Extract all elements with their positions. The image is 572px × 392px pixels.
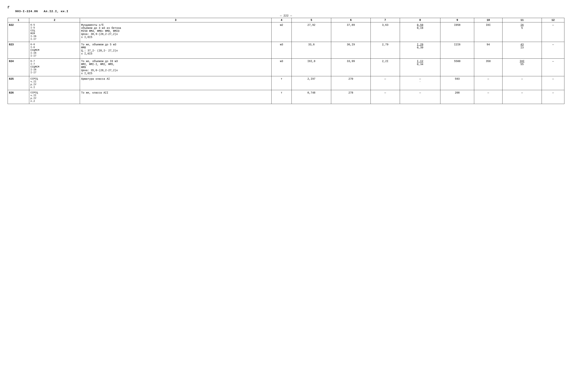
row-c6: 270	[331, 76, 371, 90]
row-c12: —	[542, 22, 564, 42]
row-c11: 43 I3	[502, 42, 542, 59]
row-c6: 278	[331, 90, 371, 104]
th-7: 7	[370, 18, 400, 22]
row-ref: ССРСЦ ч.II р.IY п.I	[29, 76, 80, 90]
row-unit: т	[271, 76, 292, 90]
row-c11-bot: 5	[521, 27, 523, 30]
row-c11: —	[502, 76, 542, 90]
row-c8-bot: 0,34	[417, 63, 423, 66]
row-desc: То же, объемом до 5 м3 ФМ8 Ц.: 37,2- (28…	[80, 42, 271, 59]
row-c9: I058	[440, 22, 474, 42]
th-11: 11	[502, 18, 542, 22]
row-c7: 2,79	[370, 42, 400, 59]
row-c7: —	[370, 76, 400, 90]
th-6: 6	[331, 18, 371, 22]
row-c12: —	[542, 59, 564, 76]
table-row: 822 6-5 I-5 ССЦ МСМ I-I6 I-I7 Фундаменты…	[8, 22, 564, 42]
row-c11-bot: 55	[521, 63, 524, 66]
th-3: 3	[80, 18, 271, 22]
row-c6: 36,I9	[331, 42, 371, 59]
th-12: 12	[542, 18, 564, 22]
row-num: 825	[8, 76, 29, 90]
row-c8: — -	[400, 76, 440, 90]
th-8: 8	[400, 18, 440, 22]
th-2: 2	[29, 18, 80, 22]
row-c8-top: I,29	[417, 43, 423, 46]
th-5: 5	[292, 18, 331, 22]
row-c8: I,I2 0,34	[400, 59, 440, 76]
row-c7: —	[370, 90, 400, 104]
row-num: 823	[8, 42, 29, 59]
th-9: 9	[440, 18, 474, 22]
row-c7: 3,63	[370, 22, 400, 42]
corner-bracket: Г	[8, 6, 564, 9]
row-ref: ССРСЦ ч.II р.IY п.2	[29, 90, 80, 104]
row-c5: 33,6	[292, 42, 331, 59]
row-c11: I8I 55	[502, 59, 542, 76]
row-c9: I2I6	[440, 42, 474, 59]
row-ref: 6-5 I-5 ССЦ МСМ I-I6 I-I7	[29, 22, 80, 42]
main-table: 1 2 3 4 5 6 7 8 9 10 11 12 822 6-5 I-5 С…	[8, 18, 564, 104]
row-c8-top: I,I2	[417, 60, 423, 63]
row-c11-top: 43	[521, 43, 524, 46]
table-row: 823 6-6 I-6 ССЦМСМ I-I6 I-I7 То же, объе…	[8, 42, 564, 59]
row-c11: I6 5	[502, 22, 542, 42]
row-unit: м3	[271, 59, 292, 76]
row-c8: —	[400, 90, 440, 104]
row-num: 824	[8, 59, 29, 76]
row-c8-bot: 0,I8	[417, 27, 423, 30]
row-ref: 6-7 I-7 ССЦМСМ I-I6 I-I7	[29, 59, 80, 76]
table-row: 824 6-7 I-7 ССЦМСМ I-I6 I-I7 То же, объе…	[8, 59, 564, 76]
row-num: 826	[8, 90, 29, 104]
row-c8-dash: -	[419, 80, 421, 83]
row-c6: 33,99	[331, 59, 371, 76]
doc-id: 903-I-224.86	[15, 10, 38, 13]
doc-title: Ал.I2.I, кн.I	[44, 10, 68, 13]
row-c9: 208	[440, 90, 474, 104]
row-num: 822	[8, 22, 29, 42]
row-desc: То же, объемом до I0 м3 ФМI, ФМI-I, ФМ2,…	[80, 59, 271, 76]
row-c8: I,29 0,39	[400, 42, 440, 59]
table-row: 825 ССРСЦ ч.II р.IY п.I Арматура класса …	[8, 76, 564, 90]
table-row: 826 ССРСЦ ч.II р.IY п.2 То же, класса АI…	[8, 90, 564, 104]
row-c12: —	[542, 42, 564, 59]
row-unit: м2	[271, 22, 292, 42]
row-c10: I0I	[474, 22, 502, 42]
row-c8-bot: 0,39	[417, 46, 423, 49]
header-row: 1 2 3 4 5 6 7 8 9 10 11 12	[8, 18, 564, 22]
row-desc: Фундаменты х/б объемом до 3 м3 из бетона…	[80, 22, 271, 42]
row-c10: —	[474, 76, 502, 90]
row-c12: —	[542, 90, 564, 104]
row-c11-top: I8I	[520, 60, 524, 63]
page-header: Г 903-I-224.86 Ал.I2.I, кн.I	[8, 6, 564, 14]
th-4: 4	[271, 18, 292, 22]
row-c10: —	[474, 90, 502, 104]
row-c5: 0,748	[292, 90, 331, 104]
row-c12: —	[542, 76, 564, 90]
row-unit: м3	[271, 42, 292, 59]
row-c5: I6I,8	[292, 59, 331, 76]
row-c11-top: I6	[521, 24, 524, 27]
row-c5: 2,I97	[292, 76, 331, 90]
row-c11-bot: I3	[521, 46, 524, 49]
th-10: 10	[474, 18, 502, 22]
row-ref: 6-6 I-6 ССЦМСМ I-I6 I-I7	[29, 42, 80, 59]
row-c7: 2,2I	[370, 59, 400, 76]
row-c5: 27,92	[292, 22, 331, 42]
row-c8: 0,59 0,I8	[400, 22, 440, 42]
row-c8-top: 0,59	[417, 24, 423, 27]
row-c10: 358	[474, 59, 502, 76]
row-desc: Арматура класса АI	[80, 76, 271, 90]
row-unit: т	[271, 90, 292, 104]
row-c10: 94	[474, 42, 502, 59]
row-desc: То же, класса АII	[80, 90, 271, 104]
th-1: 1	[8, 18, 29, 22]
row-c6: 37,89	[331, 22, 371, 42]
row-c8-val: —	[419, 77, 421, 80]
row-c11: —	[502, 90, 542, 104]
page-number: — 222 —	[8, 14, 564, 18]
row-c9: 5500	[440, 59, 474, 76]
row-c9: 593	[440, 76, 474, 90]
